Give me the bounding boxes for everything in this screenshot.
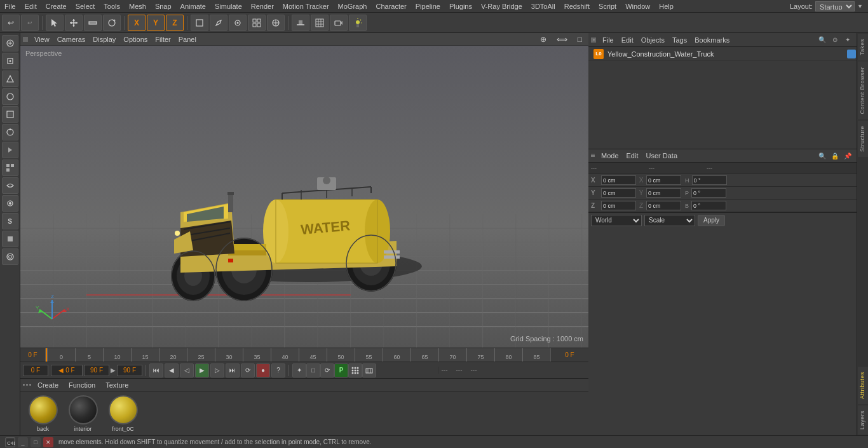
menu-pipeline[interactable]: Pipeline <box>411 1 445 11</box>
prev-frame-button[interactable]: ◀ <box>165 363 179 377</box>
attr-z-pos[interactable] <box>601 201 636 210</box>
attr-menu-mode[interactable]: Mode <box>597 151 623 160</box>
light-button[interactable] <box>349 15 367 31</box>
loop-playback-button[interactable]: ⟳ <box>241 363 255 377</box>
layout-dropdown[interactable]: Startup <box>815 1 855 11</box>
menu-simulate[interactable]: Simulate <box>210 1 247 11</box>
loop-button[interactable] <box>229 15 247 31</box>
play-reverse-button[interactable]: ◁ <box>180 363 194 377</box>
viewport-maximize-icon[interactable]: □ <box>574 34 586 44</box>
left-tool-5[interactable] <box>2 124 18 140</box>
obj-plus-icon[interactable]: ✦ <box>843 35 853 45</box>
attr-x-size[interactable] <box>646 175 681 185</box>
side-tab-layers[interactable]: Layers <box>857 405 868 435</box>
menu-tools[interactable]: Tools <box>99 1 125 11</box>
attr-p-rot[interactable] <box>691 188 726 198</box>
x-axis-button[interactable]: X <box>128 15 146 31</box>
obj-menu-edit[interactable]: Edit <box>618 36 637 44</box>
menu-file[interactable]: File <box>0 1 20 11</box>
goto-start-button[interactable]: ⏮ <box>149 363 163 377</box>
attr-pin-icon[interactable]: 📌 <box>843 151 853 161</box>
scale-tool-button[interactable] <box>84 15 102 31</box>
obj-menu-file[interactable]: File <box>599 36 618 44</box>
object-item-truck[interactable]: L0 Yellow_Construction_Water_Truck <box>588 47 868 61</box>
mat-menu-function[interactable]: Function <box>65 381 99 390</box>
left-tool-2[interactable] <box>2 71 18 87</box>
timeline-ruler[interactable]: 0 5 10 15 20 25 30 35 40 45 50 55 60 65 … <box>46 348 550 362</box>
attr-menu-edit[interactable]: Edit <box>623 151 642 160</box>
record-button[interactable]: ● <box>256 363 270 377</box>
attr-lock-icon[interactable]: 🔒 <box>830 151 840 161</box>
y-axis-button[interactable]: Y <box>147 15 165 31</box>
auto-key-button[interactable]: ? <box>271 363 285 377</box>
left-tool-8[interactable] <box>2 177 18 194</box>
status-close-icon[interactable]: ✕ <box>43 437 53 447</box>
attr-menu-userdata[interactable]: User Data <box>642 151 682 160</box>
timeline-start-frame[interactable]: 0 F <box>20 348 46 362</box>
move-tool-button[interactable] <box>65 15 83 31</box>
menu-render[interactable]: Render <box>247 1 278 11</box>
side-tab-takes[interactable]: Takes <box>857 33 868 61</box>
mat-item-back[interactable]: back <box>25 395 60 432</box>
viewport-menu-view[interactable]: View <box>31 35 53 44</box>
keyframe-select-button[interactable]: □ <box>306 363 320 377</box>
left-tool-s[interactable]: S <box>2 213 18 229</box>
attr-y-pos[interactable] <box>601 188 636 198</box>
menu-edit[interactable]: Edit <box>20 1 41 11</box>
menu-window[interactable]: Window <box>621 1 654 11</box>
menu-motion-tracker[interactable]: Motion Tracker <box>278 1 334 11</box>
menu-script[interactable]: Script <box>594 1 621 11</box>
menu-character[interactable]: Character <box>371 1 410 11</box>
attr-x-pos[interactable] <box>601 175 636 185</box>
status-minimize-icon[interactable]: _ <box>18 437 28 447</box>
rotate-tool-button[interactable] <box>103 15 121 31</box>
viewport-menu-display[interactable]: Display <box>89 35 119 44</box>
left-tool-7[interactable] <box>2 160 18 176</box>
apply-button[interactable]: Apply <box>698 215 725 226</box>
menu-plugins[interactable]: Plugins <box>445 1 477 11</box>
left-tool-1[interactable] <box>2 53 18 69</box>
viewport-menu-filter[interactable]: Filter <box>151 35 174 44</box>
motion-clips-button[interactable] <box>362 363 376 377</box>
obj-menu-objects[interactable]: Objects <box>637 36 668 44</box>
mat-item-front[interactable]: front_0C <box>105 395 140 432</box>
frame-end2-input[interactable] <box>117 365 142 376</box>
goto-end-button[interactable]: ⏭ <box>226 363 240 377</box>
frame-end-input[interactable] <box>84 365 109 376</box>
keyframe-add-button[interactable]: ✦ <box>292 363 306 377</box>
left-tool-6[interactable] <box>2 142 18 158</box>
left-tool-12[interactable] <box>2 248 18 265</box>
viewport-menu-cameras[interactable]: Cameras <box>53 35 90 44</box>
attr-h-rot[interactable] <box>692 175 727 185</box>
current-frame-input[interactable] <box>23 365 48 376</box>
object-mode-button[interactable] <box>191 15 208 31</box>
viewport-menu-options[interactable]: Options <box>119 35 151 44</box>
mat-menu-texture[interactable]: Texture <box>102 381 132 390</box>
left-tool-0[interactable] <box>2 35 18 51</box>
menu-select[interactable]: Select <box>71 1 100 11</box>
cursor-tool-button[interactable] <box>46 15 64 31</box>
menu-animate[interactable]: Animate <box>176 1 210 11</box>
frame-start-input[interactable] <box>51 365 83 376</box>
menu-help[interactable]: Help <box>654 1 678 11</box>
attr-z-size[interactable] <box>646 201 681 210</box>
menu-create[interactable]: Create <box>41 1 71 11</box>
camera-button[interactable] <box>330 15 348 31</box>
left-tool-4[interactable] <box>2 106 18 123</box>
side-tab-attributes[interactable]: Attributes <box>857 366 868 405</box>
obj-menu-bookmarks[interactable]: Bookmarks <box>691 36 733 44</box>
menu-vray[interactable]: V-Ray Bridge <box>477 1 527 11</box>
next-frame-button[interactable]: ▷ <box>210 363 224 377</box>
play-button[interactable]: ▶ <box>195 363 209 377</box>
attr-y-size[interactable] <box>646 188 681 198</box>
subdivide-button[interactable] <box>248 15 266 31</box>
menu-snap[interactable]: Snap <box>151 1 176 11</box>
obj-search-icon[interactable]: 🔍 <box>817 35 827 45</box>
status-maximize-icon[interactable]: □ <box>31 437 41 447</box>
left-tool-3[interactable] <box>2 88 18 105</box>
timeline-end-frame[interactable]: 0 F <box>550 348 588 362</box>
viewport-arrows-icon[interactable]: ⟺ <box>553 34 571 44</box>
world-dropdown[interactable]: World <box>591 215 642 226</box>
undo-button[interactable]: ↩ <box>2 15 20 31</box>
menu-redshift[interactable]: Redshift <box>560 1 594 11</box>
